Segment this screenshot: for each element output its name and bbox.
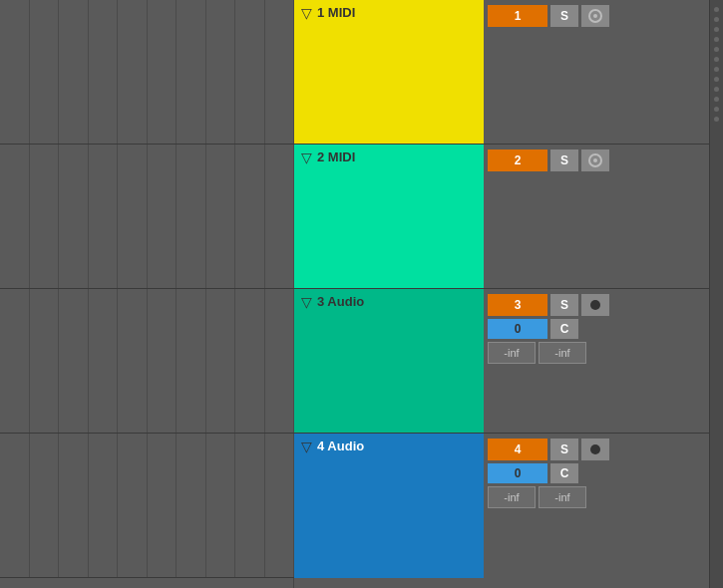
track-3-inf-row: -inf -inf — [488, 342, 664, 364]
track-3-volume-row: 0 C — [488, 319, 664, 339]
track-row-2: ▽ 2 MIDI 2 S — [294, 145, 709, 289]
record-dot-icon — [590, 300, 600, 310]
grid-cell — [30, 0, 60, 144]
track-4-arrow-icon: ▽ — [301, 439, 312, 454]
grid-cell — [177, 289, 206, 433]
track-4-volume-button[interactable]: 0 — [488, 463, 547, 483]
track-1-channel-button[interactable]: 1 — [488, 5, 547, 27]
track-4-solo-button[interactable]: S — [550, 439, 578, 460]
grid-cell — [89, 289, 119, 433]
grid-cell — [89, 0, 119, 144]
vertical-scrollbar[interactable] — [709, 0, 723, 588]
grid-cell — [148, 145, 178, 288]
grid-cell — [30, 289, 60, 433]
grid-cell — [206, 434, 236, 577]
track-1-top-controls: 1 S — [488, 5, 664, 27]
track-3-pan-button[interactable]: C — [550, 319, 578, 339]
track-3-channel-button[interactable]: 3 — [488, 294, 547, 316]
grid-cell — [59, 434, 89, 577]
scroll-indicator — [714, 77, 719, 82]
grid-cell — [118, 289, 148, 433]
grid-cell — [206, 289, 236, 433]
track-1-midi-button[interactable] — [581, 5, 609, 27]
track-4-channel-button[interactable]: 4 — [488, 439, 547, 460]
track-4-inf-right-button[interactable]: -inf — [539, 486, 586, 508]
grid-cell — [0, 145, 30, 288]
track-4-record-button[interactable] — [581, 439, 609, 460]
scroll-indicator — [714, 47, 719, 52]
grid-cell — [0, 434, 30, 577]
grid-cell — [148, 434, 178, 577]
track-2-channel-button[interactable]: 2 — [488, 149, 547, 171]
grid-cell — [177, 145, 206, 288]
grid-cell — [265, 289, 295, 433]
track-2-top-controls: 2 S — [488, 149, 664, 171]
grid-cell — [30, 145, 60, 288]
grid-cell — [177, 434, 206, 577]
grid-cell — [206, 145, 236, 288]
track-4-clip[interactable]: ▽ 4 Audio — [294, 434, 484, 578]
track-3-clip[interactable]: ▽ 3 Audio — [294, 289, 484, 433]
track-3-arrow-icon: ▽ — [301, 294, 312, 310]
grid-cell — [89, 145, 119, 288]
track-3-record-button[interactable] — [581, 294, 609, 316]
track-1-solo-button[interactable]: S — [550, 5, 578, 27]
track-3-inf-left-button[interactable]: -inf — [488, 342, 536, 364]
track-4-volume-row: 0 C — [488, 463, 664, 483]
scroll-indicator — [714, 37, 719, 42]
track-1-arrow-icon: ▽ — [301, 5, 312, 21]
grid-cell — [148, 289, 178, 433]
track-3-solo-button[interactable]: S — [550, 294, 578, 316]
record-dot-icon — [590, 444, 600, 454]
grid-row-3 — [0, 289, 294, 434]
scroll-indicator — [714, 87, 719, 92]
grid-cell — [59, 289, 89, 433]
track-2-name: 2 MIDI — [317, 149, 355, 164]
grid-cell — [0, 0, 30, 144]
scroll-indicator — [714, 117, 719, 122]
grid-cell — [148, 0, 178, 144]
track-3-controls: 3 S 0 C -inf -inf — [484, 289, 668, 433]
track-1-controls: 1 S — [484, 0, 668, 144]
clip-grid — [0, 0, 294, 588]
track-4-top-row: 4 S — [488, 439, 664, 460]
grid-row-2 — [0, 145, 294, 289]
grid-cell — [0, 289, 30, 433]
track-4-pan-button[interactable]: C — [550, 463, 578, 483]
grid-row-1 — [0, 0, 294, 145]
grid-cell — [265, 434, 295, 577]
track-4-inf-left-button[interactable]: -inf — [488, 486, 536, 508]
grid-cell — [118, 0, 148, 144]
grid-cell — [59, 145, 89, 288]
track-2-solo-button[interactable]: S — [550, 149, 578, 171]
grid-cell — [89, 434, 119, 577]
track-3-name: 3 Audio — [317, 294, 364, 309]
track-2-clip[interactable]: ▽ 2 MIDI — [294, 145, 484, 288]
scroll-indicator — [714, 107, 719, 112]
scrollbar-dots — [713, 2, 721, 586]
grid-cell — [30, 434, 60, 577]
track-row-1: ▽ 1 MIDI 1 S — [294, 0, 709, 145]
grid-cell — [265, 0, 295, 144]
grid-cell — [235, 145, 265, 288]
track-2-midi-button[interactable] — [581, 149, 609, 171]
grid-cell — [235, 289, 265, 433]
main-layout: ▽ 1 MIDI 1 S ▽ 2 MIDI — [0, 0, 723, 588]
scroll-indicator — [714, 7, 719, 12]
track-3-top-row: 3 S — [488, 294, 664, 316]
track-1-clip[interactable]: ▽ 1 MIDI — [294, 0, 484, 144]
grid-cell — [206, 0, 236, 144]
track-4-controls: 4 S 0 C -inf -inf — [484, 434, 668, 578]
track-row-3: ▽ 3 Audio 3 S 0 C -inf -inf — [294, 289, 709, 434]
scroll-indicator — [714, 27, 719, 32]
grid-cell — [265, 145, 295, 288]
grid-cell — [118, 434, 148, 577]
scroll-indicator — [714, 17, 719, 22]
grid-cell — [59, 0, 89, 144]
track-3-inf-right-button[interactable]: -inf — [539, 342, 586, 364]
scroll-indicator — [714, 67, 719, 72]
grid-row-4 — [0, 434, 294, 578]
track-row-4: ▽ 4 Audio 4 S 0 C -inf -inf — [294, 434, 709, 578]
grid-cell — [235, 434, 265, 577]
track-3-volume-button[interactable]: 0 — [488, 319, 547, 339]
